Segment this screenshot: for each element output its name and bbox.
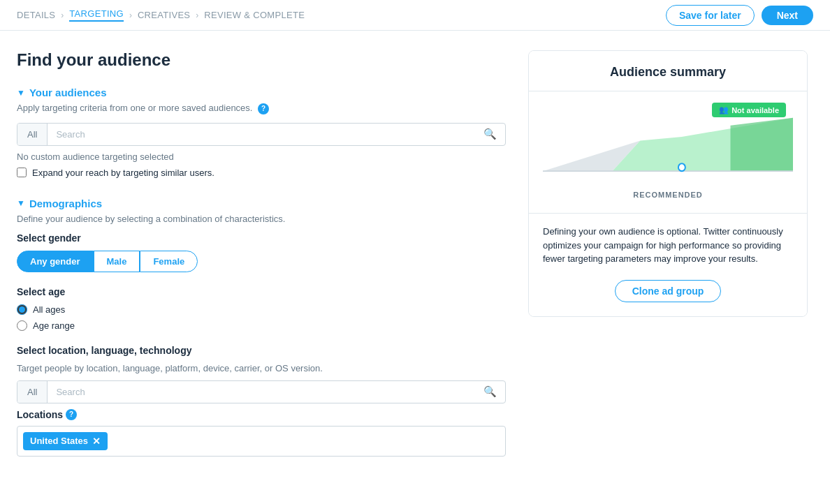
location-search-input[interactable] xyxy=(48,381,475,403)
gender-any-button[interactable]: Any gender xyxy=(17,251,94,272)
demographics-chevron-icon: ▼ xyxy=(17,198,25,208)
locations-box: United States ✕ xyxy=(17,426,506,457)
step-details[interactable]: DETAILS xyxy=(17,10,55,20)
svg-marker-2 xyxy=(731,118,794,171)
age-all-ages-row: All ages xyxy=(17,304,506,315)
demographics-desc: Define your audience by selecting a comb… xyxy=(17,214,506,224)
gender-male-button[interactable]: Male xyxy=(94,251,140,272)
page-title: Find your audience xyxy=(17,50,506,70)
right-panel: Audience summary 👥 Not available xyxy=(528,50,808,476)
breadcrumb: DETAILS › TARGETING › CREATIVES › REVIEW… xyxy=(17,8,305,22)
audience-desc-text: Defining your own audience is optional. … xyxy=(543,225,793,266)
demographics-title: Demographics xyxy=(29,198,102,209)
your-audiences-header[interactable]: ▼ Your audiences xyxy=(17,87,506,98)
age-range-row: Age range xyxy=(17,320,506,331)
nav-buttons: Save for later Next xyxy=(666,5,813,26)
location-tag-label: United States xyxy=(30,436,88,446)
people-icon: 👥 xyxy=(719,105,729,114)
your-audiences-desc: Apply targeting criteria from one or mor… xyxy=(17,103,506,114)
demographics-section: ▼ Demographics Define your audience by s… xyxy=(17,198,506,457)
age-range-label[interactable]: Age range xyxy=(33,320,75,331)
age-range-radio[interactable] xyxy=(17,320,27,331)
age-label: Select age xyxy=(17,286,506,297)
age-all-ages-label[interactable]: All ages xyxy=(33,304,65,315)
location-tag-us: United States ✕ xyxy=(23,432,108,450)
location-search-icon: 🔍 xyxy=(475,385,505,398)
expand-reach-label[interactable]: Expand your reach by targeting similar u… xyxy=(32,168,214,178)
gender-group-container: Select gender Any gender Male Female xyxy=(17,232,506,272)
expand-reach-row: Expand your reach by targeting similar u… xyxy=(17,168,506,178)
main-layout: Find your audience ▼ Your audiences Appl… xyxy=(0,31,830,496)
search-icon: 🔍 xyxy=(475,128,505,140)
chart-container: 👥 Not available xyxy=(543,103,793,186)
sep-1: › xyxy=(61,10,64,20)
your-audiences-title: Your audiences xyxy=(29,87,107,98)
age-all-ages-radio[interactable] xyxy=(17,304,27,315)
top-nav: DETAILS › TARGETING › CREATIVES › REVIEW… xyxy=(0,0,830,31)
step-creatives[interactable]: CREATIVES xyxy=(138,10,190,20)
location-search-all-label: All xyxy=(17,381,48,403)
location-section: Select location, language, technology Ta… xyxy=(17,345,506,457)
location-tag-remove[interactable]: ✕ xyxy=(92,436,101,447)
audience-search-input[interactable] xyxy=(48,124,475,145)
locations-label: Locations ? xyxy=(17,409,506,420)
next-button[interactable]: Next xyxy=(762,6,813,25)
audience-search-box: All 🔍 xyxy=(17,123,506,146)
locations-help-icon[interactable]: ? xyxy=(66,409,77,420)
not-available-badge: 👥 Not available xyxy=(712,103,786,117)
location-desc: Target people by location, language, pla… xyxy=(17,363,506,373)
expand-reach-checkbox[interactable] xyxy=(17,168,27,177)
audience-summary-card: Audience summary 👥 Not available xyxy=(528,50,808,317)
sep-2: › xyxy=(129,10,132,20)
your-audiences-section: ▼ Your audiences Apply targeting criteri… xyxy=(17,87,506,178)
no-audience-text: No custom audience targeting selected xyxy=(17,151,506,162)
demographics-header[interactable]: ▼ Demographics xyxy=(17,198,506,209)
save-for-later-button[interactable]: Save for later xyxy=(666,5,755,26)
sep-3: › xyxy=(196,10,198,20)
step-review[interactable]: REVIEW & COMPLETE xyxy=(204,10,305,20)
search-all-label: All xyxy=(17,124,48,145)
chart-area: 👥 Not available xyxy=(529,91,807,214)
step-targeting[interactable]: TARGETING xyxy=(69,8,124,22)
location-section-label: Select location, language, technology xyxy=(17,345,506,356)
location-search-box: All 🔍 xyxy=(17,380,506,403)
gender-label: Select gender xyxy=(17,232,506,244)
gender-buttons: Any gender Male Female xyxy=(17,251,506,272)
gender-female-button[interactable]: Female xyxy=(140,251,198,272)
not-available-label: Not available xyxy=(731,106,779,114)
age-group-container: Select age All ages Age range xyxy=(17,286,506,331)
chevron-down-icon: ▼ xyxy=(17,88,25,98)
clone-ad-group-button[interactable]: Clone ad group xyxy=(615,280,722,302)
audience-desc-area: Defining your own audience is optional. … xyxy=(529,214,807,316)
svg-point-4 xyxy=(678,163,685,171)
recommended-label: RECOMMENDED xyxy=(543,186,793,207)
left-panel: Find your audience ▼ Your audiences Appl… xyxy=(17,50,506,476)
audience-summary-title: Audience summary xyxy=(529,51,807,91)
help-icon[interactable]: ? xyxy=(258,103,269,114)
